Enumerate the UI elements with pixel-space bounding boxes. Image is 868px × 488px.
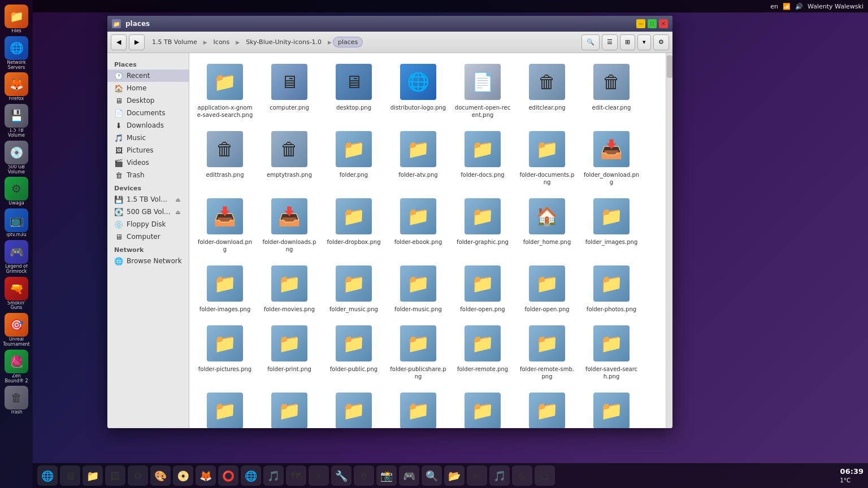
file-item-40[interactable]: 📁 folder_video.png [516,386,578,428]
sidebar-item-trash[interactable]: 🗑 Trash [107,169,189,181]
sort-button[interactable]: ▾ [637,34,651,50]
taskbar-icon-screenshot[interactable]: 📸 [376,465,397,486]
file-item-23[interactable]: 📁 folder_music.png [323,259,385,317]
scrollbar[interactable] [666,53,672,428]
dock-item-9[interactable]: 🎯 Unreal Tournament [3,313,30,347]
dock-item-3[interactable]: 💾 1.5 TB Volume [3,104,30,138]
dock-item-10[interactable]: 🧶 Zen Bound® 2 [3,350,30,384]
topbar-lang[interactable]: en [770,3,778,10]
sidebar-item-downloads[interactable]: ⬇ Downloads [107,119,189,132]
taskbar-icon-tools[interactable]: 🔧 [331,465,351,486]
file-item-27[interactable]: 📁 folder-photos.png [580,259,643,317]
taskbar-icon-media[interactable]: 📀 [173,465,193,486]
file-item-25[interactable]: 📁 folder-open.png [452,259,514,317]
maximize-button[interactable]: □ [648,19,657,28]
file-item-30[interactable]: 📁 folder-public.png [323,319,385,384]
grid-view-button[interactable]: ⊞ [620,34,635,50]
dock-item-1[interactable]: 🌐 Network Servers [3,36,30,71]
taskbar-icon-audio[interactable]: 🎵 [489,465,510,486]
file-item-17[interactable]: 📁 folder-ebook.png [387,192,449,257]
sidebar-item-pictures[interactable]: 🖼 Pictures [107,144,189,156]
sidebar-item-music[interactable]: 🎵 Music [107,132,189,144]
taskbar-icon-power[interactable]: ⚡ [309,465,329,486]
taskbar-icon-filemanager[interactable]: 🗂 [535,465,555,486]
dock-item-11[interactable]: 🗑 Trash [3,386,30,415]
taskbar-icon-image-viewer[interactable]: 🖼 [105,465,125,486]
file-item-19[interactable]: 🏠 folder_home.png [516,192,578,257]
taskbar-icon-firefox[interactable]: 🦊 [196,465,216,486]
breadcrumb-segment-1[interactable]: Icons [209,37,235,47]
eject-btn-0[interactable]: ⏏ [174,195,182,203]
sidebar-item-home[interactable]: 🏠 Home [107,82,189,94]
taskbar-icon-accessibility[interactable]: ♿ [512,465,532,486]
taskbar-icon-gimp[interactable]: 🎨 [150,465,171,486]
taskbar-icon-mouse[interactable]: 🖱 [354,465,374,486]
file-item-39[interactable]: 📁 folder-tv.png [452,386,514,428]
minimize-button[interactable]: ─ [636,19,645,28]
dock-item-0[interactable]: 📁 Files [3,5,30,34]
dock-item-7[interactable]: 🎮 Legend of Grimrock [3,240,30,274]
taskbar-icon-settings[interactable]: ⚙ [128,465,148,486]
file-item-28[interactable]: 📁 folder-pictures.png [194,319,256,384]
search-button[interactable]: 🔍 [581,34,600,50]
file-item-14[interactable]: 📥 folder-download.png [194,192,256,257]
file-item-32[interactable]: 📁 folder-remote.png [452,319,514,384]
file-item-9[interactable]: 📁 folder.png [323,125,385,190]
file-item-10[interactable]: 📁 folder-atv.png [387,125,449,190]
settings-button[interactable]: ⚙ [653,34,669,50]
file-item-1[interactable]: 🖥 computer.png [258,58,320,123]
file-item-22[interactable]: 📁 folder-movies.png [258,259,320,317]
file-item-13[interactable]: 📥 folder_download.png [580,125,643,190]
sidebar-network-item-0[interactable]: 🌐 Browse Network [107,255,189,267]
taskbar-icon-game[interactable]: 🎮 [399,465,419,486]
dock-item-2[interactable]: 🦊 Firefox [3,72,30,102]
file-item-24[interactable]: 📁 folder-music.png [387,259,449,317]
dock-item-6[interactable]: 📺 iptv.m3u [3,208,30,238]
breadcrumb-segment-2[interactable]: Sky-Blue-Unity-icons-1.0 [241,37,327,47]
file-item-2[interactable]: 🖥 desktop.png [323,58,385,123]
taskbar-icon-search[interactable]: 🔍 [422,465,442,486]
file-item-16[interactable]: 📁 folder-dropbox.png [323,192,385,257]
file-item-18[interactable]: 📁 folder-graphic.png [452,192,514,257]
taskbar-icon-maps[interactable]: 🗺 [286,465,306,486]
taskbar-icon-files[interactable]: 📁 [83,465,103,486]
file-item-26[interactable]: 📁 folder-open.png [516,259,578,317]
file-item-4[interactable]: 📄 document-open-recent.png [452,58,514,123]
sidebar-item-desktop[interactable]: 🖥 Desktop [107,94,189,107]
breadcrumb-segment-0[interactable]: 1.5 TB Volume [147,37,202,47]
taskbar-icon-archive[interactable]: 📂 [444,465,465,486]
forward-button[interactable]: ▶ [129,34,145,50]
breadcrumb-segment-3[interactable]: places [333,37,363,47]
scrollbar-thumb[interactable] [667,55,672,78]
file-item-37[interactable]: 📁 folder-templates.png [323,386,385,428]
file-item-12[interactable]: 📁 folder-documents.png [516,125,578,190]
file-item-7[interactable]: 🗑 edittrash.png [194,125,256,190]
sidebar-device-2[interactable]: 💿 Floppy Disk [107,218,189,230]
file-item-21[interactable]: 📁 folder-images.png [194,259,256,317]
taskbar-icon-browser[interactable]: 🌐 [37,465,58,486]
file-item-0[interactable]: 📁 application-x-gnome-saved-search.png [194,58,256,123]
file-item-34[interactable]: 📁 folder-saved-search.png [580,319,643,384]
taskbar-icon-editor[interactable]: ✏ [467,465,487,486]
file-item-15[interactable]: 📥 folder-downloads.png [258,192,320,257]
sidebar-device-1[interactable]: 💽 500 GB Vol... ⏏ [107,206,189,218]
file-item-41[interactable]: 📁 folder-video.png [580,386,643,428]
close-button[interactable]: ✕ [659,19,668,28]
file-item-3[interactable]: 🌐 distributor-logo.png [387,58,449,123]
dock-item-4[interactable]: 💿 500 GB Volume [3,141,30,175]
taskbar-icon-terminal[interactable]: 🖥 [60,465,80,486]
taskbar-icon-chromium[interactable]: 🌐 [241,465,261,486]
sidebar-item-documents[interactable]: 📄 Documents [107,107,189,119]
file-item-31[interactable]: 📁 folder-publicshare.png [387,319,449,384]
topbar-user[interactable]: Walenty Walewski [808,3,863,10]
taskbar-icon-music[interactable]: 🎵 [263,465,284,486]
dock-item-5[interactable]: ⚙ Uwaga [3,177,30,206]
file-item-38[interactable]: 📁 folder-torrent.png [387,386,449,428]
dock-item-8[interactable]: 🔫 Smokin' Guns [3,277,30,311]
file-item-8[interactable]: 🗑 emptytrash.png [258,125,320,190]
file-item-5[interactable]: 🗑 editclear.png [516,58,578,123]
sidebar-item-recent[interactable]: 🕐 Recent [107,69,189,82]
sidebar-device-0[interactable]: 💾 1.5 TB Volume ⏏ [107,193,189,206]
eject-btn-1[interactable]: ⏏ [174,208,182,216]
file-item-29[interactable]: 📁 folder-print.png [258,319,320,384]
